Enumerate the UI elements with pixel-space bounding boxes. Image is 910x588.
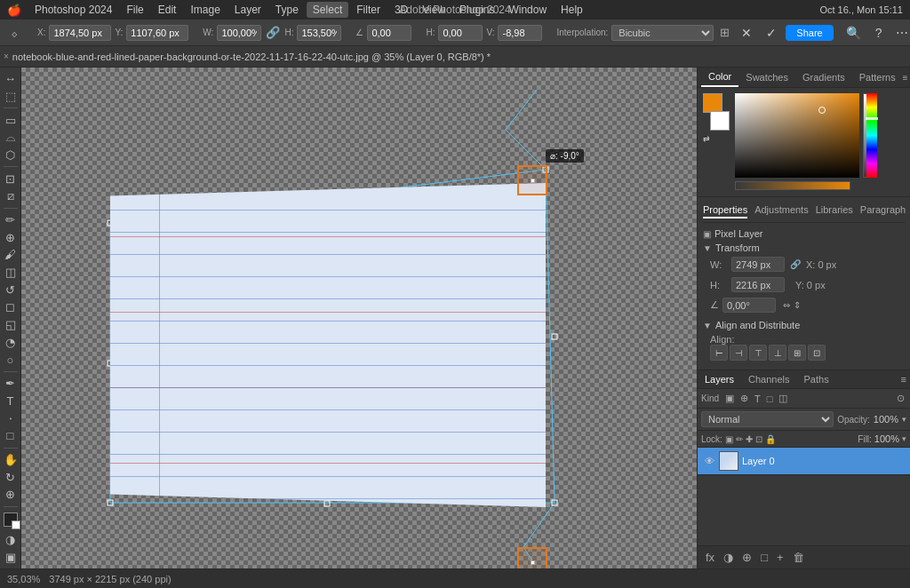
delete-layer-btn[interactable]: 🗑 bbox=[788, 549, 809, 566]
canvas-area[interactable]: ⌀: -9,0° bbox=[21, 68, 697, 568]
fill-arrow[interactable]: ▾ bbox=[902, 434, 906, 443]
lock-transparency-icon[interactable]: ▣ bbox=[725, 434, 733, 444]
add-adjustment-btn[interactable]: ⊕ bbox=[738, 549, 756, 566]
tool-lasso[interactable]: ⌓ bbox=[2, 130, 20, 146]
share-button[interactable]: Share bbox=[786, 25, 833, 41]
lock-all-icon[interactable]: 🔒 bbox=[765, 434, 776, 444]
spectrum-cursor[interactable] bbox=[818, 107, 826, 114]
tool-artboard[interactable]: ⬚ bbox=[2, 89, 20, 105]
layer-visibility-icon[interactable]: 👁 bbox=[703, 455, 715, 467]
add-mask-btn[interactable]: ◑ bbox=[719, 549, 738, 566]
tab-gradients[interactable]: Gradients bbox=[795, 68, 852, 86]
tool-zoom[interactable]: ⊕ bbox=[2, 487, 20, 503]
align-collapse-icon[interactable]: ▼ bbox=[703, 321, 712, 330]
tool-rotate-view[interactable]: ↻ bbox=[2, 469, 20, 485]
help-btn[interactable]: ? bbox=[870, 24, 888, 42]
layers-panel-menu[interactable]: ≡ bbox=[898, 370, 910, 388]
menu-type[interactable]: Type bbox=[269, 2, 305, 18]
tool-hand[interactable]: ✋ bbox=[2, 452, 20, 468]
interp-select[interactable]: Bicubic Bilinear Nearest Neighbor bbox=[611, 25, 714, 41]
tool-eraser[interactable]: ◻ bbox=[2, 299, 20, 315]
confirm-transform-btn[interactable]: ✓ bbox=[761, 24, 782, 42]
tab-color[interactable]: Color bbox=[701, 68, 738, 87]
tool-clone[interactable]: ◫ bbox=[2, 265, 20, 281]
settings-btn[interactable]: ⋯ bbox=[890, 24, 910, 42]
flip-h-icon[interactable]: ⇔ bbox=[783, 300, 790, 310]
tab-layers[interactable]: Layers bbox=[698, 370, 741, 388]
align-bottom-btn[interactable]: ⊡ bbox=[808, 345, 826, 361]
color-panel-menu[interactable]: ≡ bbox=[903, 73, 908, 83]
cancel-transform-btn[interactable]: ✕ bbox=[736, 24, 757, 42]
tab-adjustments[interactable]: Adjustments bbox=[754, 203, 809, 219]
align-top-btn[interactable]: ⊥ bbox=[769, 345, 786, 361]
tool-gradient[interactable]: ◱ bbox=[2, 317, 20, 333]
layers-filter-smart[interactable]: ◫ bbox=[777, 392, 789, 405]
hue-bar[interactable] bbox=[866, 93, 877, 178]
layer-item-0[interactable]: 👁 Layer 0 bbox=[698, 448, 910, 475]
rot-input[interactable] bbox=[367, 25, 411, 41]
layers-filter-toggle[interactable]: ⊙ bbox=[895, 392, 906, 405]
layers-filter-shape[interactable]: □ bbox=[765, 393, 775, 405]
tool-quickmask[interactable]: ◑ bbox=[2, 532, 20, 548]
blend-mode-select[interactable]: Normal Multiply Screen Overlay bbox=[701, 411, 834, 427]
layers-filter-pixel[interactable]: ▣ bbox=[723, 392, 736, 405]
tool-move[interactable]: ↔ bbox=[2, 71, 20, 87]
tool-blur[interactable]: ◔ bbox=[2, 335, 20, 351]
align-center-h-btn[interactable]: ⊣ bbox=[730, 345, 747, 361]
tool-slice[interactable]: ⧄ bbox=[2, 188, 20, 204]
x-input[interactable] bbox=[49, 25, 111, 41]
rot-input-props[interactable] bbox=[722, 298, 776, 313]
tab-libraries[interactable]: Libraries bbox=[816, 203, 853, 219]
fg-swatch[interactable] bbox=[703, 93, 722, 113]
warp-icon[interactable]: ⊞ bbox=[717, 26, 732, 39]
layers-filter-adj[interactable]: ⊕ bbox=[738, 392, 750, 405]
menu-photoshop[interactable]: Photoshop 2024 bbox=[28, 2, 118, 18]
toolbar-back-btn[interactable]: ⬦ bbox=[5, 24, 23, 42]
add-layer-btn[interactable]: + bbox=[772, 549, 788, 566]
align-right-btn[interactable]: ⊤ bbox=[749, 345, 767, 361]
opacity-arrow[interactable]: ▾ bbox=[902, 415, 906, 424]
menu-layer[interactable]: Layer bbox=[228, 2, 267, 18]
vskew-input[interactable] bbox=[498, 25, 542, 41]
swap-colors-icon[interactable]: ⇄ bbox=[703, 134, 730, 143]
tool-screenmode[interactable]: ▣ bbox=[2, 549, 20, 565]
color-spectrum[interactable] bbox=[735, 93, 859, 178]
search-btn[interactable]: 🔍 bbox=[841, 24, 866, 42]
menu-file[interactable]: File bbox=[120, 2, 149, 18]
lock-artboard-icon[interactable]: ⊡ bbox=[755, 434, 762, 444]
tool-healing[interactable]: ⊕ bbox=[2, 229, 20, 245]
hskew-input[interactable] bbox=[438, 25, 483, 41]
tool-magic-wand[interactable]: ⬡ bbox=[2, 147, 20, 163]
opacity-horiz-bar[interactable] bbox=[735, 181, 850, 190]
add-fx-btn[interactable]: fx bbox=[701, 549, 719, 566]
y-input[interactable] bbox=[126, 25, 188, 41]
tool-marquee[interactable]: ▭ bbox=[2, 112, 20, 128]
menu-help[interactable]: Help bbox=[555, 2, 589, 18]
tab-patterns[interactable]: Patterns bbox=[852, 68, 903, 86]
tool-shape[interactable]: □ bbox=[2, 428, 20, 444]
fg-color-swatch[interactable] bbox=[4, 513, 18, 527]
h-input-props[interactable] bbox=[731, 277, 785, 292]
w-input[interactable] bbox=[217, 25, 261, 41]
bg-swatch[interactable] bbox=[710, 111, 730, 131]
tool-crop[interactable]: ⊡ bbox=[2, 171, 20, 187]
tool-pen[interactable]: ✒ bbox=[2, 376, 20, 392]
menu-edit[interactable]: Edit bbox=[152, 2, 183, 18]
lock-move-icon[interactable]: ✚ bbox=[746, 434, 753, 444]
tab-paths[interactable]: Paths bbox=[797, 370, 836, 388]
tab-close-btn[interactable]: × bbox=[4, 52, 9, 61]
tab-channels[interactable]: Channels bbox=[741, 370, 796, 388]
flip-v-icon[interactable]: ⇕ bbox=[794, 300, 801, 310]
align-section-header[interactable]: ▼ Align and Distribute bbox=[703, 320, 905, 330]
menu-select[interactable]: Select bbox=[307, 2, 348, 18]
tool-dodge[interactable]: ○ bbox=[2, 352, 20, 368]
tool-brush[interactable]: 🖌 bbox=[2, 247, 20, 263]
tool-eyedropper[interactable]: ✏ bbox=[2, 212, 20, 228]
tool-history[interactable]: ↺ bbox=[2, 282, 20, 298]
transform-section-header[interactable]: ▼ Transform bbox=[703, 242, 905, 253]
rot-handle-bottom[interactable] bbox=[517, 547, 547, 568]
layers-filter-text[interactable]: T bbox=[753, 393, 762, 405]
h-input[interactable] bbox=[297, 25, 341, 41]
lock-paint-icon[interactable]: ✏ bbox=[736, 434, 743, 444]
menu-image[interactable]: Image bbox=[184, 2, 226, 18]
